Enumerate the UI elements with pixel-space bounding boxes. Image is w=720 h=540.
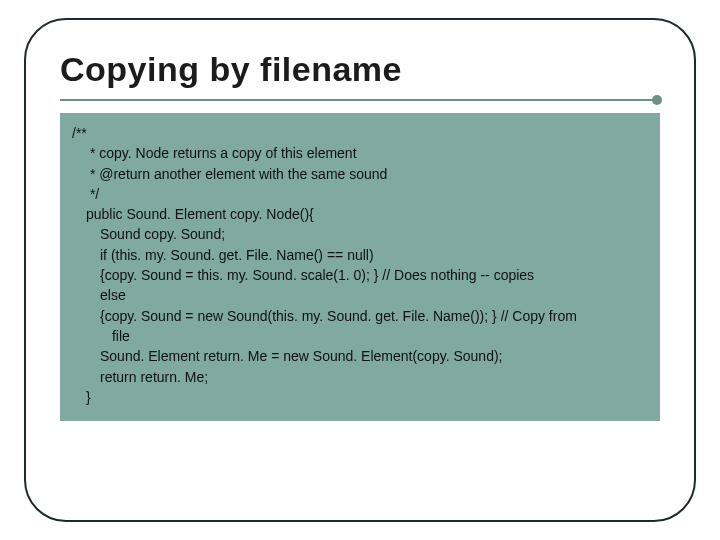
code-line: * copy. Node returns a copy of this elem…: [72, 143, 648, 163]
code-line: */: [72, 184, 648, 204]
code-line: * @return another element with the same …: [72, 164, 648, 184]
code-line: return return. Me;: [72, 367, 648, 387]
underline-line: [60, 99, 660, 101]
code-line: Sound. Element return. Me = new Sound. E…: [72, 346, 648, 366]
slide-title: Copying by filename: [60, 50, 660, 95]
code-line: Sound copy. Sound;: [72, 224, 648, 244]
code-line: {copy. Sound = new Sound(this. my. Sound…: [72, 306, 648, 326]
code-line: }: [72, 387, 648, 407]
code-line: public Sound. Element copy. Node(){: [72, 204, 648, 224]
title-underline: [60, 97, 660, 103]
slide: Copying by filename /** * copy. Node ret…: [0, 0, 720, 540]
code-line: file: [72, 326, 648, 346]
code-line: if (this. my. Sound. get. File. Name() =…: [72, 245, 648, 265]
slide-content: Copying by filename /** * copy. Node ret…: [60, 50, 660, 421]
code-line: {copy. Sound = this. my. Sound. scale(1.…: [72, 265, 648, 285]
code-block: /** * copy. Node returns a copy of this …: [60, 113, 660, 421]
code-line: /**: [72, 123, 648, 143]
code-line: else: [72, 285, 648, 305]
underline-dot-icon: [652, 95, 662, 105]
